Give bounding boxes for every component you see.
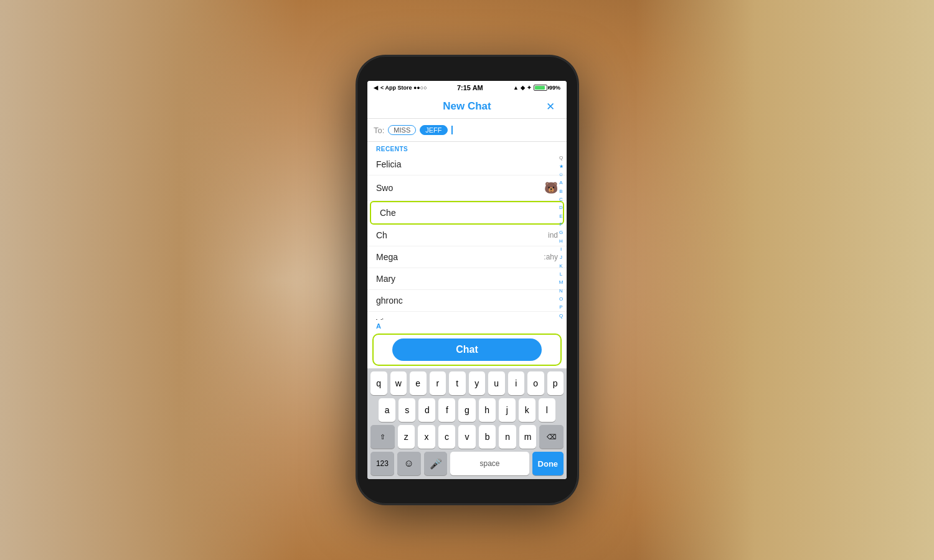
key-d[interactable]: d — [418, 398, 435, 422]
recents-label: RECENTS — [367, 142, 567, 154]
key-k[interactable]: k — [519, 398, 535, 422]
contact-item-swo[interactable]: Swo 🐻 — [367, 175, 567, 201]
key-r[interactable]: r — [430, 371, 446, 395]
key-i[interactable]: i — [508, 371, 525, 395]
key-x[interactable]: x — [418, 425, 435, 449]
key-s[interactable]: s — [399, 398, 415, 422]
key-space[interactable]: space — [450, 452, 529, 475]
status-app: < App Store ●●○○ — [380, 85, 427, 91]
key-u[interactable]: u — [488, 371, 505, 395]
text-cursor — [451, 126, 453, 134]
keyboard-row-3: ⇧ z x c v b n m ⌫ — [367, 422, 567, 449]
contact-name: Che — [380, 208, 396, 218]
back-indicator: ◀ — [374, 85, 378, 91]
alpha-k[interactable]: K — [559, 263, 562, 269]
key-c[interactable]: c — [438, 425, 456, 449]
contact-name: Mary — [376, 274, 395, 284]
section-a-label: A — [367, 320, 567, 332]
status-right: ▲ ◆ ✦ 99% — [513, 85, 560, 91]
alpha-star[interactable]: ★ — [559, 164, 564, 169]
key-shift[interactable]: ⇧ — [370, 425, 395, 449]
key-j[interactable]: j — [499, 398, 516, 422]
tag-jeff[interactable]: JEFF — [420, 125, 447, 135]
alpha-j[interactable]: J — [560, 254, 562, 260]
contact-item-che[interactable]: Che — [370, 201, 564, 225]
alpha-l[interactable]: L — [560, 271, 562, 277]
keyboard-row-1: q w e r t y u i o p — [367, 368, 567, 395]
location-icon: ◆ — [521, 85, 525, 91]
tag-miss[interactable]: MISS — [388, 125, 416, 135]
key-n[interactable]: n — [499, 425, 516, 449]
key-v[interactable]: v — [458, 425, 476, 449]
contact-item-mega[interactable]: Mega :ahy — [367, 246, 567, 268]
alpha-sidebar: Q ★ ☺ A B C D E F G H I J K L — [557, 154, 565, 320]
key-l[interactable]: l — [539, 398, 555, 422]
key-123[interactable]: 123 — [370, 452, 394, 475]
key-f[interactable]: f — [438, 398, 455, 422]
status-left: ◀ < App Store ●●○○ — [374, 85, 427, 91]
key-a[interactable]: a — [379, 398, 395, 422]
keyboard-row-2: a s d f g h j k l — [367, 395, 567, 422]
alpha-d[interactable]: D — [559, 205, 563, 210]
key-o[interactable]: o — [527, 371, 544, 395]
alpha-b[interactable]: B — [559, 189, 562, 194]
alpha-q2[interactable]: Q — [559, 313, 563, 319]
key-done[interactable]: Done — [532, 452, 564, 475]
key-m[interactable]: m — [519, 425, 537, 449]
close-button[interactable]: ✕ — [543, 99, 558, 114]
chat-button-container: Chat — [372, 334, 562, 366]
contact-name: Swo — [376, 183, 393, 193]
key-emoji[interactable]: ☺ — [397, 452, 421, 475]
contact-item-felicia[interactable]: Felicia — [367, 154, 567, 175]
key-e[interactable]: e — [410, 371, 427, 395]
alpha-h[interactable]: H — [559, 238, 563, 244]
nav-header: New Chat ✕ — [367, 95, 567, 118]
alpha-f[interactable]: F — [560, 222, 563, 227]
contact-emoji: 🐻 — [544, 181, 558, 195]
contact-item-view-more[interactable]: View mo... — [367, 312, 567, 320]
alpha-n[interactable]: N — [559, 288, 563, 294]
contact-detail: :ahy — [544, 253, 558, 261]
scene: ◀ < App Store ●●○○ 7:15 AM ▲ ◆ ✦ 99% New — [0, 0, 934, 560]
alpha-a[interactable]: A — [559, 180, 562, 185]
content-area: RECENTS Felicia Swo 🐻 Che — [367, 142, 567, 368]
alpha-p[interactable]: P — [559, 304, 562, 310]
contact-name: Mega — [376, 252, 398, 262]
key-b[interactable]: b — [479, 425, 496, 449]
key-backspace[interactable]: ⌫ — [539, 425, 564, 449]
phone-shell: ◀ < App Store ●●○○ 7:15 AM ▲ ◆ ✦ 99% New — [357, 56, 578, 504]
to-label: To: — [374, 126, 384, 135]
key-p[interactable]: p — [547, 371, 564, 395]
contact-name: View mo... — [376, 317, 417, 320]
alpha-m[interactable]: M — [559, 279, 564, 285]
alpha-g[interactable]: G — [559, 230, 563, 235]
to-field[interactable]: To: MISS JEFF — [367, 118, 567, 142]
contact-item-ghronc[interactable]: ghronc — [367, 290, 567, 312]
key-t[interactable]: t — [449, 371, 466, 395]
alpha-face[interactable]: ☺ — [559, 172, 564, 177]
key-w[interactable]: w — [390, 371, 407, 395]
keyboard-row-bottom: 123 ☺ 🎤 space Done — [367, 449, 567, 479]
contact-name: ghronc — [376, 296, 403, 306]
contact-list: Felicia Swo 🐻 Che Ch ind — [367, 154, 567, 320]
phone-screen: ◀ < App Store ●●○○ 7:15 AM ▲ ◆ ✦ 99% New — [367, 81, 567, 479]
key-y[interactable]: y — [469, 371, 486, 395]
contact-item-ch[interactable]: Ch ind — [367, 225, 567, 246]
alpha-i[interactable]: I — [560, 246, 562, 252]
key-q[interactable]: q — [370, 371, 387, 395]
key-g[interactable]: g — [458, 398, 475, 422]
keyboard: q w e r t y u i o p a s d f g — [367, 368, 567, 479]
alpha-o[interactable]: O — [559, 296, 563, 302]
contact-name: Felicia — [376, 159, 401, 169]
key-mic[interactable]: 🎤 — [424, 452, 448, 475]
bluetooth-icon: ✦ — [527, 85, 532, 91]
contact-name: Ch — [376, 230, 387, 240]
key-h[interactable]: h — [479, 398, 496, 422]
status-bar: ◀ < App Store ●●○○ 7:15 AM ▲ ◆ ✦ 99% — [367, 81, 567, 95]
alpha-q[interactable]: Q — [559, 155, 563, 161]
chat-button[interactable]: Chat — [392, 338, 542, 361]
key-z[interactable]: z — [398, 425, 415, 449]
contact-item-mary[interactable]: Mary — [367, 268, 567, 290]
alpha-c[interactable]: C — [559, 197, 563, 202]
alpha-e[interactable]: E — [559, 213, 562, 219]
